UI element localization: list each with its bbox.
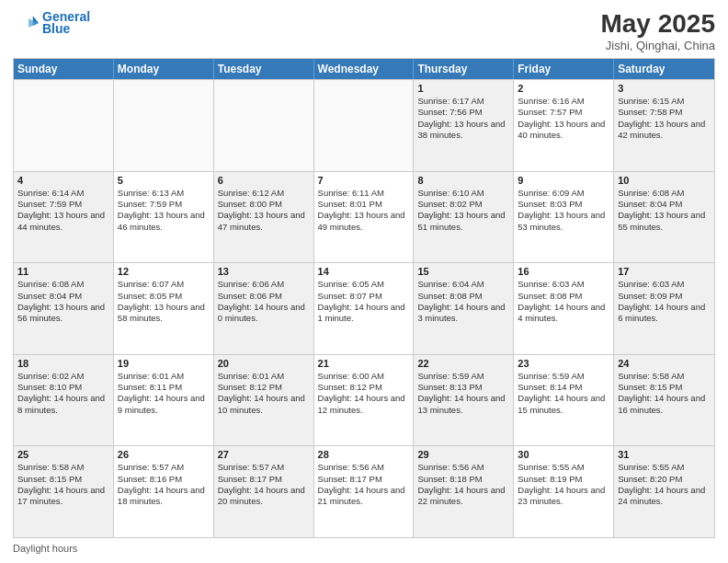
- sunrise-text: Sunrise: 6:07 AM: [118, 279, 210, 290]
- sunset-text: Sunset: 8:18 PM: [417, 474, 509, 485]
- daylight-text: Daylight: 13 hours and 40 minutes.: [518, 119, 609, 142]
- daylight-text: Daylight: 13 hours and 44 minutes.: [17, 210, 109, 233]
- daylight-text: Daylight: 14 hours and 24 minutes.: [618, 485, 711, 508]
- sunrise-text: Sunrise: 5:58 AM: [17, 462, 109, 473]
- sunset-text: Sunset: 8:15 PM: [618, 382, 711, 393]
- daylight-text: Daylight: 14 hours and 8 minutes.: [17, 393, 109, 416]
- cal-cell: 21Sunrise: 6:00 AMSunset: 8:12 PMDayligh…: [314, 355, 415, 446]
- day-number: 28: [318, 449, 410, 460]
- daylight-text: Daylight: 14 hours and 12 minutes.: [318, 393, 410, 416]
- cal-cell: 14Sunrise: 6:05 AMSunset: 8:07 PMDayligh…: [314, 263, 415, 354]
- sunrise-text: Sunrise: 6:06 AM: [218, 279, 310, 290]
- day-header-sunday: Sunday: [14, 59, 114, 79]
- cal-cell: 8Sunrise: 6:10 AMSunset: 8:02 PMDaylight…: [414, 172, 514, 263]
- sunset-text: Sunset: 8:04 PM: [618, 199, 711, 210]
- sunset-text: Sunset: 8:06 PM: [218, 291, 310, 302]
- daylight-text: Daylight: 14 hours and 22 minutes.: [417, 485, 509, 508]
- daylight-text: Daylight: 14 hours and 23 minutes.: [518, 485, 609, 508]
- daylight-text: Daylight: 13 hours and 47 minutes.: [218, 210, 310, 233]
- day-number: 10: [618, 175, 711, 186]
- daylight-text: Daylight: 13 hours and 58 minutes.: [118, 302, 210, 325]
- day-number: 9: [518, 175, 609, 186]
- cal-week-3: 11Sunrise: 6:08 AMSunset: 8:04 PMDayligh…: [14, 262, 714, 354]
- sunrise-text: Sunrise: 5:56 AM: [417, 462, 509, 473]
- sunset-text: Sunset: 8:04 PM: [17, 291, 109, 302]
- sunset-text: Sunset: 8:08 PM: [518, 291, 609, 302]
- sunrise-text: Sunrise: 6:10 AM: [417, 188, 509, 199]
- sunset-text: Sunset: 8:20 PM: [618, 474, 711, 485]
- day-number: 2: [518, 83, 609, 94]
- sunrise-text: Sunrise: 6:13 AM: [118, 188, 210, 199]
- day-number: 31: [618, 449, 711, 460]
- logo: General Blue: [13, 9, 90, 36]
- cal-cell: 10Sunrise: 6:08 AMSunset: 8:04 PMDayligh…: [614, 172, 714, 263]
- sunrise-text: Sunrise: 5:55 AM: [518, 462, 609, 473]
- cal-cell: 20Sunrise: 6:01 AMSunset: 8:12 PMDayligh…: [214, 355, 314, 446]
- sunrise-text: Sunrise: 5:59 AM: [417, 371, 509, 382]
- cal-cell: 23Sunrise: 5:59 AMSunset: 8:14 PMDayligh…: [514, 355, 614, 446]
- sunset-text: Sunset: 8:12 PM: [318, 382, 410, 393]
- day-number: 6: [218, 175, 310, 186]
- day-number: 30: [518, 449, 609, 460]
- sunset-text: Sunset: 8:05 PM: [118, 291, 210, 302]
- day-number: 13: [218, 266, 310, 277]
- cal-week-1: 1Sunrise: 6:17 AMSunset: 7:56 PMDaylight…: [14, 79, 714, 171]
- sunrise-text: Sunrise: 5:56 AM: [318, 462, 410, 473]
- day-number: 15: [417, 266, 509, 277]
- sunset-text: Sunset: 8:19 PM: [518, 474, 609, 485]
- cal-cell: 25Sunrise: 5:58 AMSunset: 8:15 PMDayligh…: [14, 446, 114, 537]
- day-number: 1: [417, 83, 509, 94]
- cal-cell: 16Sunrise: 6:03 AMSunset: 8:08 PMDayligh…: [514, 263, 614, 354]
- sunrise-text: Sunrise: 5:55 AM: [618, 462, 711, 473]
- sunrise-text: Sunrise: 5:57 AM: [218, 462, 310, 473]
- sunrise-text: Sunrise: 6:04 AM: [417, 279, 509, 290]
- sunrise-text: Sunrise: 6:08 AM: [17, 279, 109, 290]
- sunset-text: Sunset: 8:13 PM: [417, 382, 509, 393]
- sunset-text: Sunset: 8:01 PM: [318, 199, 410, 210]
- cal-cell: 7Sunrise: 6:11 AMSunset: 8:01 PMDaylight…: [314, 172, 415, 263]
- daylight-text: Daylight: 14 hours and 17 minutes.: [17, 485, 109, 508]
- sunrise-text: Sunrise: 5:59 AM: [518, 371, 609, 382]
- sunset-text: Sunset: 8:16 PM: [118, 474, 210, 485]
- month-title: May 2025: [600, 9, 715, 39]
- daylight-text: Daylight: 13 hours and 53 minutes.: [518, 210, 609, 233]
- cal-cell: 13Sunrise: 6:06 AMSunset: 8:06 PMDayligh…: [214, 263, 314, 354]
- day-number: 7: [318, 175, 410, 186]
- cal-week-2: 4Sunrise: 6:14 AMSunset: 7:59 PMDaylight…: [14, 171, 714, 263]
- logo-icon: [13, 10, 39, 36]
- cal-week-5: 25Sunrise: 5:58 AMSunset: 8:15 PMDayligh…: [14, 445, 714, 537]
- sunrise-text: Sunrise: 6:09 AM: [518, 188, 609, 199]
- sunset-text: Sunset: 8:17 PM: [218, 474, 310, 485]
- day-header-tuesday: Tuesday: [214, 59, 314, 79]
- day-number: 24: [618, 358, 711, 369]
- sunrise-text: Sunrise: 6:11 AM: [318, 188, 410, 199]
- daylight-text: Daylight: 14 hours and 3 minutes.: [417, 302, 509, 325]
- cal-cell: [314, 80, 415, 171]
- day-number: 5: [118, 175, 210, 186]
- daylight-text: Daylight: 13 hours and 46 minutes.: [118, 210, 210, 233]
- cal-cell: 1Sunrise: 6:17 AMSunset: 7:56 PMDaylight…: [414, 80, 514, 171]
- day-number: 16: [518, 266, 609, 277]
- sunset-text: Sunset: 7:56 PM: [417, 107, 509, 118]
- sunset-text: Sunset: 8:14 PM: [518, 382, 609, 393]
- sunrise-text: Sunrise: 6:02 AM: [17, 371, 109, 382]
- calendar-header: SundayMondayTuesdayWednesdayThursdayFrid…: [14, 59, 714, 79]
- sunset-text: Sunset: 8:17 PM: [318, 474, 410, 485]
- sunset-text: Sunset: 8:11 PM: [118, 382, 210, 393]
- cal-cell: 19Sunrise: 6:01 AMSunset: 8:11 PMDayligh…: [114, 355, 214, 446]
- sunset-text: Sunset: 8:08 PM: [417, 291, 509, 302]
- daylight-text: Daylight: 13 hours and 51 minutes.: [417, 210, 509, 233]
- daylight-text: Daylight: 14 hours and 10 minutes.: [218, 393, 310, 416]
- cal-cell: [214, 80, 314, 171]
- daylight-text: Daylight: 13 hours and 49 minutes.: [318, 210, 410, 233]
- cal-cell: 2Sunrise: 6:16 AMSunset: 7:57 PMDaylight…: [514, 80, 614, 171]
- cal-cell: 26Sunrise: 5:57 AMSunset: 8:16 PMDayligh…: [114, 446, 214, 537]
- sunset-text: Sunset: 8:15 PM: [17, 474, 109, 485]
- cal-cell: 15Sunrise: 6:04 AMSunset: 8:08 PMDayligh…: [414, 263, 514, 354]
- sunset-text: Sunset: 8:02 PM: [417, 199, 509, 210]
- daylight-text: Daylight: 14 hours and 0 minutes.: [218, 302, 310, 325]
- daylight-text: Daylight: 13 hours and 38 minutes.: [417, 119, 509, 142]
- cal-cell: 17Sunrise: 6:03 AMSunset: 8:09 PMDayligh…: [614, 263, 714, 354]
- footer-note: Daylight hours: [13, 543, 715, 554]
- day-number: 19: [118, 358, 210, 369]
